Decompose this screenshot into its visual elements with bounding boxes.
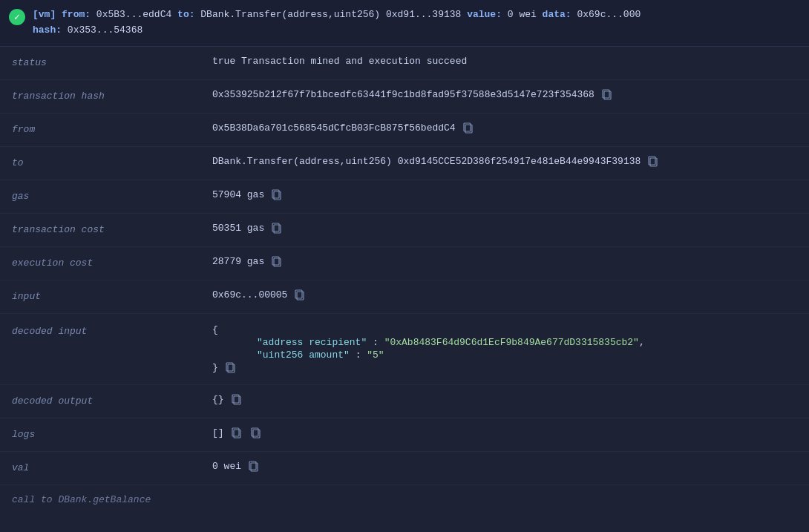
header-data-label: data: bbox=[543, 9, 571, 20]
decoded-colon1: : bbox=[373, 337, 384, 348]
from-row: from 0x5B38Da6a701c568545dCfcB03FcB875f5… bbox=[0, 114, 809, 147]
gas-copy-button[interactable] bbox=[270, 189, 284, 201]
logs-row: logs [] bbox=[0, 418, 809, 452]
copy-icon bbox=[272, 256, 282, 268]
copy-icon bbox=[272, 189, 282, 201]
header-hash-value: 0x353...54368 bbox=[68, 24, 143, 36]
decoded-output-text: {} bbox=[212, 394, 224, 405]
status-row: status true Transaction mined and execut… bbox=[0, 47, 809, 80]
header-to-label: to: bbox=[177, 9, 194, 20]
decoded-recipient-value: "0xAb8483F64d9C6d1EcF9b849Ae677dD3315835… bbox=[384, 337, 639, 348]
copy-icon bbox=[295, 289, 305, 301]
tx-hash-text: 0x353925b212f67f7b1bcedfc63441f9c1bd8fad… bbox=[212, 89, 595, 100]
footer-text: call to DBank.getBalance bbox=[12, 494, 151, 505]
copy-icon bbox=[249, 461, 259, 473]
decoded-output-value: {} bbox=[212, 394, 797, 406]
decoded-amount-key: "uint256 amount" bbox=[257, 349, 350, 361]
vm-label: [vm] bbox=[33, 9, 56, 20]
header-text: [vm] from: 0x5B3...eddC4 to: DBank.Trans… bbox=[33, 7, 641, 39]
from-copy-button[interactable] bbox=[462, 122, 475, 134]
header-value-label: value: bbox=[467, 9, 502, 20]
to-copy-button[interactable] bbox=[646, 156, 660, 168]
gas-text: 57904 gas bbox=[212, 189, 264, 200]
to-text: DBank.Transfer(address,uint256) 0xd9145C… bbox=[212, 156, 641, 167]
exec-cost-text: 28779 gas bbox=[212, 256, 264, 267]
from-text: 0x5B38Da6a701c568545dCfcB03FcB875f56bedd… bbox=[212, 122, 456, 134]
decoded-open-brace: { bbox=[212, 324, 218, 335]
input-value: 0x69c...00005 bbox=[212, 289, 797, 301]
gas-value: 57904 gas bbox=[212, 189, 797, 201]
to-value: DBank.Transfer(address,uint256) 0xd9145C… bbox=[212, 156, 797, 168]
decoded-recipient-key: "address recipient" bbox=[257, 337, 367, 348]
tx-hash-row: transaction hash 0x353925b212f67f7b1bced… bbox=[0, 80, 809, 114]
tx-cost-row: transaction cost 50351 gas bbox=[0, 214, 809, 247]
tx-cost-label: transaction cost bbox=[12, 223, 212, 235]
val-copy-button[interactable] bbox=[247, 461, 261, 473]
decoded-input-label: decoded input bbox=[12, 324, 212, 337]
status-label: status bbox=[12, 56, 212, 68]
input-copy-button[interactable] bbox=[293, 289, 307, 301]
exec-cost-value: 28779 gas bbox=[212, 256, 797, 268]
header-bar: [vm] from: 0x5B3...eddC4 to: DBank.Trans… bbox=[0, 0, 809, 47]
tx-hash-copy-button[interactable] bbox=[600, 89, 614, 101]
tx-cost-copy-button[interactable] bbox=[270, 223, 284, 234]
copy-icon bbox=[272, 223, 282, 234]
decoded-input-row: decoded input { "address recipient" : "0… bbox=[0, 314, 809, 385]
header-hash-label: hash: bbox=[33, 24, 62, 36]
val-label: val bbox=[12, 461, 212, 473]
decoded-input-value: { "address recipient" : "0xAb8483F64d9C6… bbox=[212, 324, 797, 374]
header-value: 0 wei bbox=[508, 9, 543, 20]
header-to-value: DBank.Transfer(address,uint256) 0xd91...… bbox=[200, 9, 467, 20]
tx-hash-value: 0x353925b212f67f7b1bcedfc63441f9c1bd8fad… bbox=[212, 89, 797, 101]
to-label: to bbox=[12, 156, 212, 168]
decoded-close-line: } bbox=[212, 362, 238, 374]
decoded-output-label: decoded output bbox=[12, 394, 212, 407]
input-row: input 0x69c...00005 bbox=[0, 280, 809, 314]
header-data-value: 0x69c...000 bbox=[577, 9, 641, 20]
gas-row: gas 57904 gas bbox=[0, 180, 809, 214]
gas-label: gas bbox=[12, 189, 212, 202]
decoded-amount-value: "5" bbox=[367, 349, 384, 361]
transaction-table: status true Transaction mined and execut… bbox=[0, 47, 809, 485]
status-text: true Transaction mined and execution suc… bbox=[212, 56, 467, 67]
header-from-value: 0x5B3...eddC4 bbox=[96, 9, 177, 20]
exec-cost-copy-button[interactable] bbox=[270, 256, 284, 268]
logs-text: [] bbox=[212, 427, 224, 439]
copy-icon bbox=[232, 427, 242, 439]
val-value: 0 wei bbox=[212, 461, 797, 473]
logs-value: [] bbox=[212, 427, 797, 439]
input-text: 0x69c...00005 bbox=[212, 289, 287, 301]
logs-copy-button-1[interactable] bbox=[230, 427, 243, 439]
from-label: from bbox=[12, 122, 212, 135]
copy-icon bbox=[602, 89, 612, 101]
success-icon bbox=[9, 9, 25, 25]
decoded-close-brace: } bbox=[212, 362, 218, 373]
val-text: 0 wei bbox=[212, 461, 241, 472]
val-row: val 0 wei bbox=[0, 452, 809, 485]
copy-icon-alt bbox=[251, 427, 261, 439]
logs-copy-button-2[interactable] bbox=[249, 427, 263, 439]
copy-icon bbox=[463, 122, 474, 134]
input-label: input bbox=[12, 289, 212, 302]
tx-cost-value: 50351 gas bbox=[212, 223, 797, 234]
exec-cost-row: execution cost 28779 gas bbox=[0, 247, 809, 280]
copy-icon bbox=[232, 394, 242, 406]
from-value: 0x5B38Da6a701c568545dCfcB03FcB875f56bedd… bbox=[212, 122, 797, 134]
decoded-output-copy-button[interactable] bbox=[230, 394, 243, 406]
to-row: to DBank.Transfer(address,uint256) 0xd91… bbox=[0, 147, 809, 180]
logs-label: logs bbox=[12, 427, 212, 440]
decoded-colon2: : bbox=[356, 349, 367, 361]
status-value: true Transaction mined and execution suc… bbox=[212, 56, 797, 67]
decoded-amount-line: "uint256 amount" : "5" bbox=[212, 349, 384, 361]
decoded-input-copy-button[interactable] bbox=[224, 362, 238, 374]
header-from-keyword: from: bbox=[62, 9, 91, 20]
exec-cost-label: execution cost bbox=[12, 256, 212, 269]
copy-icon bbox=[226, 362, 236, 374]
copy-icon bbox=[648, 156, 658, 168]
decoded-output-row: decoded output {} bbox=[0, 385, 809, 418]
tx-hash-label: transaction hash bbox=[12, 89, 212, 102]
footer-call-label: call to DBank.getBalance bbox=[0, 485, 809, 514]
tx-cost-text: 50351 gas bbox=[212, 223, 264, 234]
decoded-recipient-line: "address recipient" : "0xAb8483F64d9C6d1… bbox=[212, 337, 645, 348]
decoded-comma1: , bbox=[639, 337, 645, 348]
